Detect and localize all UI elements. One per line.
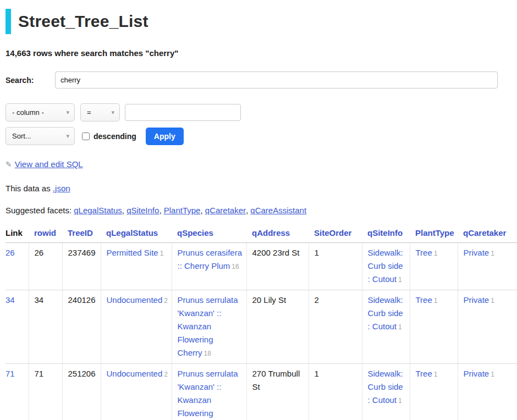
cell-qcaretaker: Private1 (458, 243, 517, 290)
facet-count: 1 (398, 323, 402, 331)
cell-qspecies: Prunus cerasifera :: Cherry Plum16 (172, 243, 246, 290)
cell-qlegalstatus: Undocumented2 (101, 290, 172, 364)
search-row: Search: (6, 71, 512, 89)
cell-treeid: 251206 (62, 364, 101, 420)
column-select[interactable]: - column - ▾ (6, 103, 75, 121)
facet-count: 1 (491, 250, 494, 257)
facet-count: 1 (434, 250, 438, 257)
column-header-qaddress: qAddress (246, 226, 309, 243)
facet-count: 2 (164, 371, 168, 378)
table-header-row: Link rowid TreeID qLegalStatus qSpecies … (6, 226, 517, 243)
descending-option: descending (82, 132, 136, 141)
sql-line: ✎View and edit SQL (6, 159, 512, 169)
cell-qspecies: Prunus serrulata 'Kwanzan' :: Kwanzan Fl… (172, 364, 246, 420)
caretaker-link[interactable]: Private (464, 248, 490, 257)
filter-row: - column - ▾ = ▾ (6, 103, 512, 121)
facet-link-qsiteinfo[interactable]: qSiteInfo (127, 206, 164, 215)
cell-link: 71 (6, 364, 29, 420)
row-count-summary: 14,663 rows where search matches "cherry… (6, 48, 512, 58)
view-edit-sql-link[interactable]: View and edit SQL (15, 159, 83, 169)
cell-planttype: Tree1 (410, 243, 458, 290)
facet-link-planttype[interactable]: PlantType (164, 206, 205, 215)
cell-treeid: 240126 (62, 290, 101, 364)
facet-link-qcaretaker[interactable]: qCaretaker (205, 206, 251, 215)
plant-type-link[interactable]: Tree (416, 295, 432, 305)
table-row: 26 26 237469 Permitted Site1 Prunus cera… (6, 243, 517, 290)
cell-qaddress: 270 Trumbull St (246, 364, 309, 420)
species-link[interactable]: Prunus serrulata 'Kwanzan' :: Kwanzan Fl… (178, 369, 238, 420)
sort-qspecies-link[interactable]: qSpecies (177, 228, 213, 237)
sort-rowid-link[interactable]: rowid (34, 228, 56, 237)
plant-type-link[interactable]: Tree (416, 248, 432, 257)
cell-planttype: Tree1 (410, 290, 458, 364)
descending-checkbox[interactable] (82, 132, 90, 140)
sort-qlegalstatus-link[interactable]: qLegalStatus (106, 228, 158, 237)
chevron-down-icon: ▾ (66, 132, 69, 140)
operator-select[interactable]: = ▾ (80, 103, 120, 121)
plant-type-link[interactable]: Tree (416, 369, 432, 378)
page-header: Street_Tree_List (6, 9, 512, 34)
facet-count: 1 (491, 297, 494, 305)
search-label: Search: (6, 76, 55, 85)
results-table: Link rowid TreeID qLegalStatus qSpecies … (6, 226, 517, 420)
cell-qlegalstatus: Permitted Site1 (101, 243, 172, 290)
cell-qcaretaker: Private1 (458, 290, 517, 364)
sort-planttype-link[interactable]: PlantType (415, 228, 454, 237)
cell-qsiteinfo: Sidewalk: Curb side : Cutout1 (362, 364, 410, 420)
row-link[interactable]: 71 (6, 369, 15, 378)
cell-planttype: Tree1 (410, 364, 458, 420)
facet-count: 1 (160, 250, 164, 257)
column-header-qlegalstatus: qLegalStatus (101, 226, 172, 243)
column-select-value: - column - (12, 108, 44, 117)
cell-rowid: 26 (29, 243, 62, 290)
sort-qcaretaker-link[interactable]: qCaretaker (463, 228, 506, 237)
column-header-qsiteinfo: qSiteInfo (362, 226, 410, 243)
sort-siteorder-link[interactable]: SiteOrder (314, 228, 351, 237)
facet-count: 1 (434, 371, 438, 378)
cell-qaddress: 4200 23rd St (246, 243, 309, 290)
page-title: Street_Tree_List (18, 9, 148, 34)
column-header-treeid: TreeID (62, 226, 101, 243)
cell-qaddress: 20 Lily St (246, 290, 309, 364)
column-header-rowid: rowid (29, 226, 62, 243)
chevron-down-icon: ▾ (111, 109, 114, 116)
caretaker-link[interactable]: Private (464, 369, 490, 378)
facet-link-qcareassistant[interactable]: qCareAssistant (250, 206, 306, 215)
cell-qsiteinfo: Sidewalk: Curb side : Cutout1 (362, 243, 410, 290)
sort-select[interactable]: Sort... ▾ (6, 127, 75, 145)
column-header-siteorder: SiteOrder (309, 226, 362, 243)
descending-label: descending (94, 132, 136, 141)
column-header-qspecies: qSpecies (172, 226, 246, 243)
data-as-prefix: This data as (6, 184, 53, 193)
cell-treeid: 237469 (62, 243, 101, 290)
cell-qspecies: Prunus serrulata 'Kwanzan' :: Kwanzan Fl… (172, 290, 246, 364)
row-link[interactable]: 26 (6, 248, 15, 257)
apply-button[interactable]: Apply (146, 128, 184, 145)
caretaker-link[interactable]: Private (464, 295, 490, 305)
column-header-planttype: PlantType (410, 226, 458, 243)
legal-status-link[interactable]: Undocumented (107, 369, 163, 378)
sort-treeid-link[interactable]: TreeID (68, 228, 93, 237)
facet-count: 1 (491, 371, 494, 378)
json-link[interactable]: .json (53, 184, 70, 193)
species-link[interactable]: Prunus serrulata 'Kwanzan' :: Kwanzan Fl… (178, 295, 238, 357)
facet-count: 1 (398, 276, 402, 284)
legal-status-link[interactable]: Undocumented (107, 295, 163, 305)
filter-value-input[interactable] (125, 104, 241, 121)
operator-select-value: = (87, 108, 91, 117)
facet-link-qlegalstatus[interactable]: qLegalStatus (74, 206, 127, 215)
data-as-line: This data as .json (6, 184, 512, 193)
column-header-qcaretaker: qCaretaker (458, 226, 517, 243)
sort-qsiteinfo-link[interactable]: qSiteInfo (367, 228, 403, 237)
legal-status-link[interactable]: Permitted Site (107, 248, 158, 257)
cell-qlegalstatus: Undocumented2 (101, 364, 172, 420)
search-input[interactable] (55, 71, 498, 89)
facet-count: 16 (232, 263, 239, 270)
facets-prefix: Suggested facets: (6, 206, 74, 215)
facet-count: 1 (398, 397, 402, 405)
column-header-link: Link (6, 226, 29, 243)
cell-qsiteinfo: Sidewalk: Curb side : Cutout1 (362, 290, 410, 364)
row-link[interactable]: 34 (6, 295, 15, 305)
sort-qaddress-link[interactable]: qAddress (252, 228, 290, 237)
cell-qcaretaker: Private1 (458, 364, 517, 420)
